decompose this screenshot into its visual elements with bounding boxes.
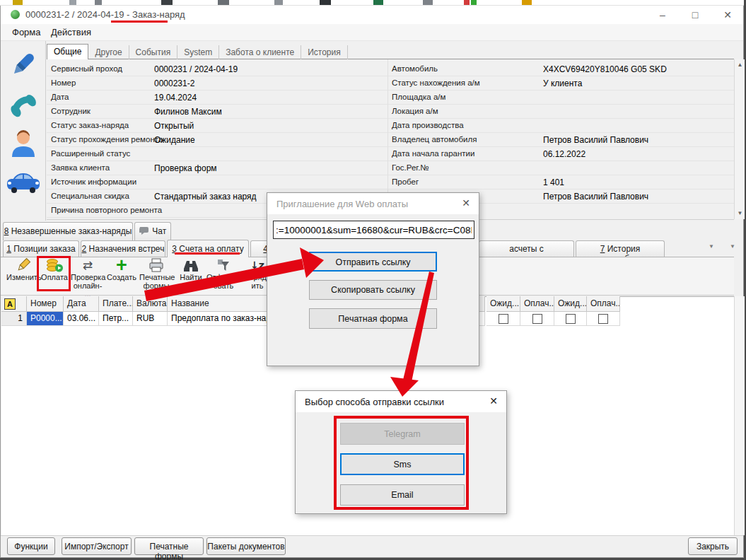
field-value[interactable]: 19.04.2024 <box>154 93 197 103</box>
maximize-button[interactable]: □ <box>684 8 706 22</box>
print-forms-button[interactable]: Печатныеформы <box>139 257 173 294</box>
column-header-expected1[interactable]: Ожид... <box>486 296 520 312</box>
payment-url-input[interactable] <box>273 221 474 239</box>
field-value[interactable]: Стандартный заказ наряд <box>154 192 257 202</box>
field-value[interactable]: 06.12.2022 <box>543 149 585 159</box>
tab-sobytiya[interactable]: События <box>129 45 178 59</box>
field-value[interactable]: Петров Василий Павлович <box>543 135 648 145</box>
field-value[interactable]: 1 401 <box>543 177 564 187</box>
background-icon-fragment <box>161 0 173 5</box>
online-check-button[interactable]: ⇄ Проверкаонлайн- ... <box>71 257 105 294</box>
autofilter-icon[interactable]: A <box>4 298 16 310</box>
annotation-underline-invoices-tab <box>175 252 240 255</box>
window-close-button[interactable]: ✕ <box>717 8 738 22</box>
form-scrollbar[interactable]: ▲ ▼ <box>734 59 745 219</box>
tab-system[interactable]: System <box>177 45 219 59</box>
tab-istoriya[interactable]: История <box>301 45 348 59</box>
column-header-paid2[interactable]: Оплач... <box>587 296 620 312</box>
field-value[interactable]: X4XCV69420Y810046 G05 SKD <box>543 64 667 74</box>
background-icon-fragment <box>471 0 477 5</box>
scroll-up-icon[interactable]: ▲ <box>735 59 745 71</box>
background-icon-fragment <box>373 0 383 5</box>
send-link-button[interactable]: Отправить ссылку <box>309 252 437 272</box>
field-value[interactable]: Филинов Максим <box>154 107 222 117</box>
find-button[interactable]: Найти <box>174 257 208 294</box>
row-number-cell[interactable]: 1 <box>1 312 27 326</box>
column-header-expected2[interactable]: Ожид... <box>554 296 587 312</box>
field-value[interactable]: Открытый <box>154 121 194 131</box>
menu-forma[interactable]: Форма <box>12 27 41 37</box>
field-value[interactable]: У клиента <box>543 78 582 88</box>
field-label: Дата начала гарантии <box>392 149 474 158</box>
cell-invoice-number[interactable]: P0000... <box>27 312 64 326</box>
chat-icon <box>139 228 150 238</box>
expected-checkbox[interactable] <box>499 314 508 324</box>
tab-drugoe[interactable]: Другое <box>88 45 129 59</box>
import-export-button[interactable]: Импорт/Экспорт <box>62 537 132 555</box>
minimize-button[interactable]: – <box>652 8 673 22</box>
close-form-button[interactable]: Закрыть <box>688 537 738 555</box>
dialog-close-icon[interactable]: ✕ <box>489 395 498 407</box>
paid-checkbox[interactable] <box>598 314 608 324</box>
web-payment-dialog: Приглашение для Web оплаты ✕ Отправить с… <box>267 192 479 366</box>
annotation-box-payment-button <box>37 256 71 291</box>
cell-invoice-date[interactable]: 03.06... <box>64 312 99 326</box>
field-label: Статус нахождения а/м <box>392 78 480 87</box>
tab-unfinished-orders[interactable]: 8 Незавершенные заказ-наряды <box>3 222 133 240</box>
expected-checkbox[interactable] <box>566 314 576 324</box>
annotation-box-send-options <box>334 416 469 510</box>
cell-invoice-currency[interactable]: RUB <box>133 312 168 326</box>
tab-order-positions[interactable]: 1 Позиции заказа <box>3 240 79 257</box>
field-label: Причина повторного ремонта <box>51 206 162 214</box>
background-icon-fragment <box>522 0 532 5</box>
tab-chat[interactable]: Чат <box>134 222 171 240</box>
field-value[interactable]: Петров Василий Павлович <box>543 192 648 202</box>
edit-button[interactable]: Изменить <box>6 257 40 294</box>
column-header-currency[interactable]: Валюта <box>133 296 168 312</box>
field-value[interactable]: Ожидание <box>154 135 195 145</box>
tab-obschie[interactable]: Общие <box>47 44 88 59</box>
pen-icon[interactable] <box>7 49 38 83</box>
copy-link-button[interactable]: Скопировать ссылку <box>309 280 437 300</box>
form-row: Источник информации <box>47 175 387 189</box>
annotation-underline-title <box>111 21 168 23</box>
tab-accesskey: 1 <box>6 244 11 254</box>
filter-button[interactable]: Отфильтровать <box>206 257 240 294</box>
tab-overflow-icon[interactable]: ▼ <box>730 243 735 250</box>
print-form-button[interactable]: Печатная форма <box>309 308 437 329</box>
background-icon-fragment <box>320 0 331 5</box>
car-icon[interactable] <box>6 170 41 198</box>
tab-overflow-icon[interactable]: ▼ <box>709 243 714 250</box>
tab-zabota[interactable]: Забота о клиенте <box>219 45 301 59</box>
cell-invoice-payer[interactable]: Петр... <box>99 312 133 326</box>
tab-invoices[interactable]: 3 Счета на оплату <box>167 240 249 257</box>
column-header-payer[interactable]: Плате... <box>99 296 133 312</box>
column-header-paid1[interactable]: Оплач... <box>520 296 554 312</box>
person-icon[interactable] <box>9 129 37 161</box>
column-header-date[interactable]: Дата <box>64 296 99 312</box>
tab-car-history[interactable]: 7 История автомобиля <box>576 240 665 257</box>
document-packages-button[interactable]: Пакеты документов <box>206 537 286 555</box>
field-label: Дата <box>51 93 69 101</box>
print-forms-footer-button[interactable]: Печатные формы <box>134 537 204 555</box>
filter-icon <box>206 257 240 273</box>
phone-icon[interactable] <box>7 89 38 123</box>
form-row: Дата производства <box>387 119 734 133</box>
tab-contractor-settlements[interactable]: асчеты с контрагентами <box>479 240 574 257</box>
dialog-title: Приглашение для Web оплаты <box>267 193 479 214</box>
field-value[interactable]: 0000231 / 2024-04-19 <box>154 64 238 74</box>
column-header-number[interactable]: Номер <box>27 296 64 312</box>
functions-button[interactable]: Функции <box>7 537 55 555</box>
scroll-down-icon[interactable]: ▼ <box>735 208 745 219</box>
field-label: Площадка а/м <box>392 93 445 101</box>
menu-deystviya[interactable]: Действия <box>51 27 91 37</box>
paid-checkbox[interactable] <box>532 314 542 324</box>
table-scrollbar[interactable] <box>734 296 745 535</box>
create-button[interactable]: + Создать <box>105 257 139 294</box>
dialog-close-icon[interactable]: ✕ <box>462 197 470 209</box>
form-row: Пробег1 401 <box>387 175 734 189</box>
field-value[interactable]: 0000231-2 <box>154 78 194 88</box>
menu-bar <box>1 24 743 41</box>
field-value[interactable]: Проверка форм <box>154 163 217 173</box>
tab-label: Позиции заказа <box>11 244 76 254</box>
